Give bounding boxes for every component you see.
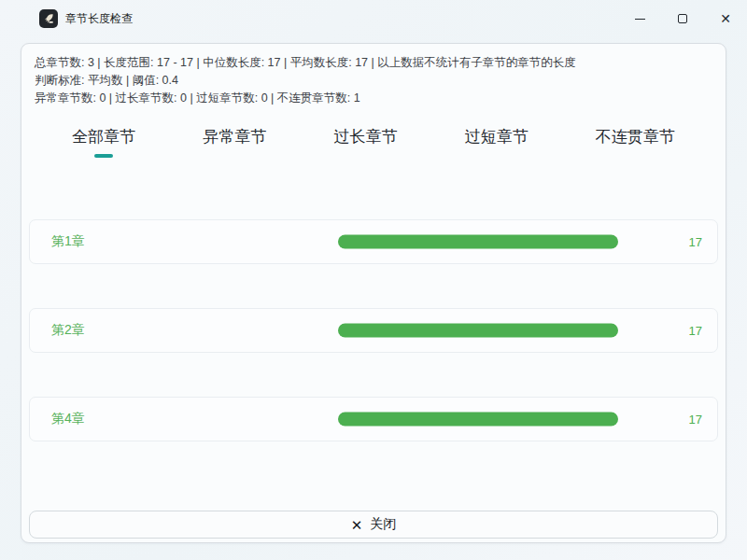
tab-abnormal-chapters[interactable]: 异常章节 (203, 122, 266, 158)
chapter-name: 第1章 (51, 233, 85, 250)
window-title: 章节长度检查 (65, 11, 133, 27)
bird-icon (42, 12, 55, 25)
tab-label: 异常章节 (203, 128, 266, 146)
close-x-icon: ✕ (351, 518, 363, 532)
stats-line-criteria: 判断标准: 平均数 | 阈值: 0.4 (35, 72, 712, 90)
titlebar: 章节长度检查 ✕ (0, 0, 747, 37)
window-controls: ✕ (618, 0, 747, 37)
tab-bar: 全部章节 异常章节 过长章节 过短章节 不连贯章节 (21, 122, 726, 161)
chapter-name: 第4章 (51, 411, 85, 427)
chapter-length-value: 17 (689, 413, 702, 427)
maximize-icon (678, 14, 687, 23)
active-tab-indicator (94, 154, 113, 158)
chapter-list: 第1章 17 第2章 17 第4章 17 (29, 219, 718, 441)
minimize-icon (635, 19, 645, 20)
tab-all-chapters[interactable]: 全部章节 (72, 122, 135, 158)
chapter-row-1[interactable]: 第1章 17 (29, 219, 718, 264)
tab-too-long-chapters[interactable]: 过长章节 (333, 122, 397, 158)
length-bar-track (338, 235, 618, 249)
tab-label: 不连贯章节 (596, 128, 675, 146)
chapter-row-3[interactable]: 第4章 17 (29, 397, 718, 441)
length-bar (338, 235, 618, 249)
main-panel: 总章节数: 3 | 长度范围: 17 - 17 | 中位数长度: 17 | 平均… (21, 43, 726, 543)
tab-incoherent-chapters[interactable]: 不连贯章节 (596, 122, 675, 158)
stats-line-anomalies: 异常章节数: 0 | 过长章节数: 0 | 过短章节数: 0 | 不连贯章节数:… (35, 90, 712, 107)
length-bar (338, 324, 618, 338)
stats-summary: 总章节数: 3 | 长度范围: 17 - 17 | 中位数长度: 17 | 平均… (21, 44, 726, 107)
chapter-length-value: 17 (689, 324, 702, 338)
app-icon (39, 9, 58, 28)
chapter-name: 第2章 (51, 322, 85, 339)
length-bar (338, 413, 618, 427)
close-window-button[interactable]: ✕ (704, 0, 747, 37)
minimize-button[interactable] (618, 0, 661, 37)
tab-label: 过长章节 (333, 128, 397, 146)
maximize-button[interactable] (661, 0, 704, 37)
chapter-row-2[interactable]: 第2章 17 (29, 308, 718, 353)
stats-line-totals: 总章节数: 3 | 长度范围: 17 - 17 | 中位数长度: 17 | 平均… (35, 54, 712, 72)
length-bar-track (338, 324, 618, 338)
tab-too-short-chapters[interactable]: 过短章节 (465, 122, 529, 158)
tab-label: 全部章节 (72, 128, 135, 146)
close-button-label: 关闭 (370, 516, 396, 533)
chapter-length-value: 17 (689, 235, 702, 249)
close-dialog-button[interactable]: ✕ 关闭 (29, 511, 718, 539)
close-icon: ✕ (720, 12, 731, 25)
tab-label: 过短章节 (465, 128, 529, 146)
length-bar-track (338, 413, 618, 427)
